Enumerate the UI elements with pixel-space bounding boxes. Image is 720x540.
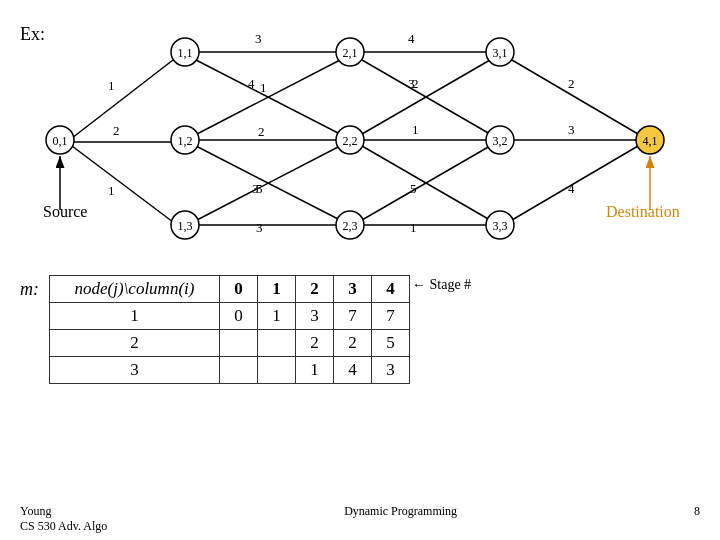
svg-text:1,1: 1,1 (178, 46, 193, 60)
svg-text:3: 3 (256, 220, 263, 235)
table-section: m: node(j)\column(i)0123410137722253143 … (20, 275, 710, 384)
table-header-cell: 4 (372, 276, 410, 303)
table-cell: 1 (258, 303, 296, 330)
svg-text:4: 4 (568, 181, 575, 196)
svg-text:Source: Source (43, 203, 87, 220)
svg-text:2,2: 2,2 (343, 134, 358, 148)
svg-text:1: 1 (412, 122, 419, 137)
table-cell: 1 (296, 357, 334, 384)
svg-text:3: 3 (255, 31, 262, 46)
table-header-cell: 0 (220, 276, 258, 303)
table-header-cell: node(j)\column(i) (50, 276, 220, 303)
table-cell (220, 357, 258, 384)
table-cell (258, 357, 296, 384)
table-cell: 2 (334, 330, 372, 357)
svg-text:5: 5 (410, 181, 417, 196)
footer-page: 8 (694, 504, 700, 534)
svg-text:Ex:: Ex: (20, 24, 45, 44)
table-cell: 3 (296, 303, 334, 330)
table-cell: 0 (220, 303, 258, 330)
svg-text:2: 2 (113, 123, 120, 138)
svg-text:1: 1 (260, 80, 267, 95)
svg-text:1,2: 1,2 (178, 134, 193, 148)
table-cell: 5 (372, 330, 410, 357)
svg-text:1: 1 (108, 78, 115, 93)
footer-center: Dynamic Programming (344, 504, 457, 534)
main-container: 0,1 1,1 1,2 1,3 2,1 2,2 2,3 3,1 (0, 0, 720, 540)
table-cell (220, 330, 258, 357)
footer: Young CS 530 Adv. Algo Dynamic Programmi… (20, 504, 700, 534)
footer-left: Young CS 530 Adv. Algo (20, 504, 107, 534)
svg-text:2,3: 2,3 (343, 219, 358, 233)
m-label: m: (20, 279, 39, 300)
table-cell: 4 (334, 357, 372, 384)
table-cell: 3 (50, 357, 220, 384)
svg-text:1,3: 1,3 (178, 219, 193, 233)
svg-text:4: 4 (408, 31, 415, 46)
table-cell: 3 (372, 357, 410, 384)
svg-text:3,1: 3,1 (493, 46, 508, 60)
svg-text:1: 1 (410, 220, 417, 235)
graph-area: 0,1 1,1 1,2 1,3 2,1 2,2 2,3 3,1 (0, 10, 720, 270)
svg-text:2: 2 (568, 76, 575, 91)
svg-text:4,1: 4,1 (643, 134, 658, 148)
table-cell: 7 (372, 303, 410, 330)
table-row: 2225 (50, 330, 410, 357)
svg-text:Destination: Destination (606, 203, 680, 220)
svg-text:1: 1 (108, 183, 115, 198)
svg-text:0,1: 0,1 (53, 134, 68, 148)
footer-author: Young (20, 504, 107, 519)
svg-text:3: 3 (408, 76, 415, 91)
table-header-cell: 3 (334, 276, 372, 303)
footer-course: CS 530 Adv. Algo (20, 519, 107, 534)
table-header-cell: 2 (296, 276, 334, 303)
table-cell: 2 (50, 330, 220, 357)
table-cell: 1 (50, 303, 220, 330)
dp-table: node(j)\column(i)0123410137722253143 (49, 275, 410, 384)
svg-text:2: 2 (258, 124, 265, 139)
table-row: 101377 (50, 303, 410, 330)
svg-line-17 (512, 60, 638, 134)
svg-text:2,1: 2,1 (343, 46, 358, 60)
table-cell: 2 (296, 330, 334, 357)
table-cell (258, 330, 296, 357)
svg-text:3: 3 (568, 122, 575, 137)
svg-text:4: 4 (248, 76, 255, 91)
table-row: 3143 (50, 357, 410, 384)
stage-label: ← Stage # (412, 277, 471, 293)
svg-text:3,2: 3,2 (493, 134, 508, 148)
svg-line-0 (72, 60, 173, 138)
svg-text:3,3: 3,3 (493, 219, 508, 233)
table-cell: 7 (334, 303, 372, 330)
table-header-cell: 1 (258, 276, 296, 303)
svg-text:3: 3 (252, 181, 259, 196)
